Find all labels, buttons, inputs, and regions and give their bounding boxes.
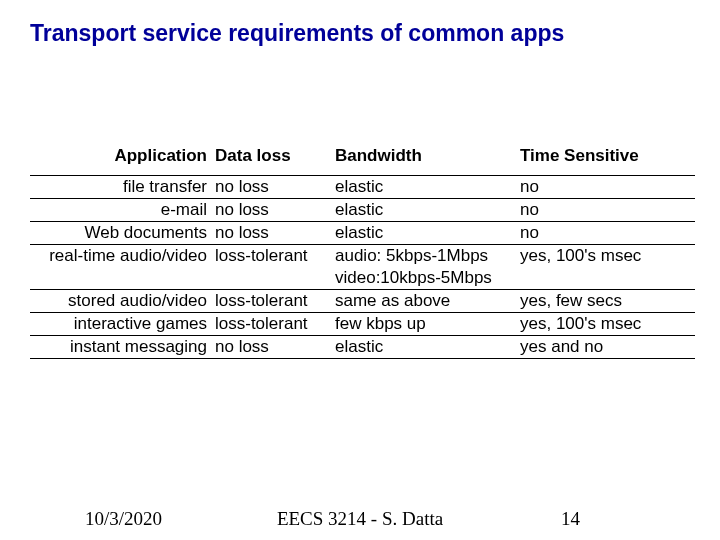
table-row: file transfer no loss elastic no — [30, 176, 695, 198]
cell-app: real-time audio/video — [30, 245, 215, 267]
cell-time: no — [520, 199, 690, 221]
table-row: real-time audio/video loss-tolerant audi… — [30, 245, 695, 267]
cell-app: e-mail — [30, 199, 215, 221]
slide: Transport service requirements of common… — [0, 0, 720, 540]
cell-time: yes and no — [520, 336, 690, 358]
cell-loss: loss-tolerant — [215, 245, 335, 267]
footer-course: EECS 3214 - S. Datta — [0, 508, 720, 530]
table-body: file transfer no loss elastic no e-mail … — [30, 175, 695, 359]
cell-time: yes, 100's msec — [520, 313, 690, 335]
col-application: Application — [30, 145, 215, 175]
cell-loss: no loss — [215, 336, 335, 358]
cell-bw: audio: 5kbps-1Mbps — [335, 245, 520, 267]
cell-app — [30, 267, 215, 289]
table-row: video:10kbps-5Mbps — [30, 267, 695, 289]
cell-loss: no loss — [215, 199, 335, 221]
col-bandwidth: Bandwidth — [335, 145, 520, 175]
cell-app: instant messaging — [30, 336, 215, 358]
requirements-table: Application Data loss Bandwidth Time Sen… — [30, 145, 695, 359]
cell-loss: loss-tolerant — [215, 313, 335, 335]
cell-loss: no loss — [215, 176, 335, 198]
divider — [30, 358, 695, 359]
cell-time: yes, few secs — [520, 290, 690, 312]
cell-bw: elastic — [335, 222, 520, 244]
table-row: stored audio/video loss-tolerant same as… — [30, 290, 695, 312]
cell-app: file transfer — [30, 176, 215, 198]
table-row: e-mail no loss elastic no — [30, 199, 695, 221]
cell-time — [520, 267, 690, 289]
cell-app: interactive games — [30, 313, 215, 335]
cell-loss: no loss — [215, 222, 335, 244]
cell-time: no — [520, 176, 690, 198]
cell-bw: video:10kbps-5Mbps — [335, 267, 520, 289]
table-row: Web documents no loss elastic no — [30, 222, 695, 244]
cell-time: no — [520, 222, 690, 244]
cell-bw: elastic — [335, 176, 520, 198]
footer-page: 14 — [561, 508, 580, 530]
table-row: instant messaging no loss elastic yes an… — [30, 336, 695, 358]
cell-bw: same as above — [335, 290, 520, 312]
cell-loss: loss-tolerant — [215, 290, 335, 312]
cell-time: yes, 100's msec — [520, 245, 690, 267]
cell-app: Web documents — [30, 222, 215, 244]
col-dataloss: Data loss — [215, 145, 335, 175]
cell-bw: elastic — [335, 199, 520, 221]
cell-bw: few kbps up — [335, 313, 520, 335]
slide-title: Transport service requirements of common… — [30, 20, 690, 47]
cell-bw: elastic — [335, 336, 520, 358]
table-header-row: Application Data loss Bandwidth Time Sen… — [30, 145, 695, 175]
cell-loss — [215, 267, 335, 289]
cell-app: stored audio/video — [30, 290, 215, 312]
table-row: interactive games loss-tolerant few kbps… — [30, 313, 695, 335]
col-timesensitive: Time Sensitive — [520, 145, 690, 175]
